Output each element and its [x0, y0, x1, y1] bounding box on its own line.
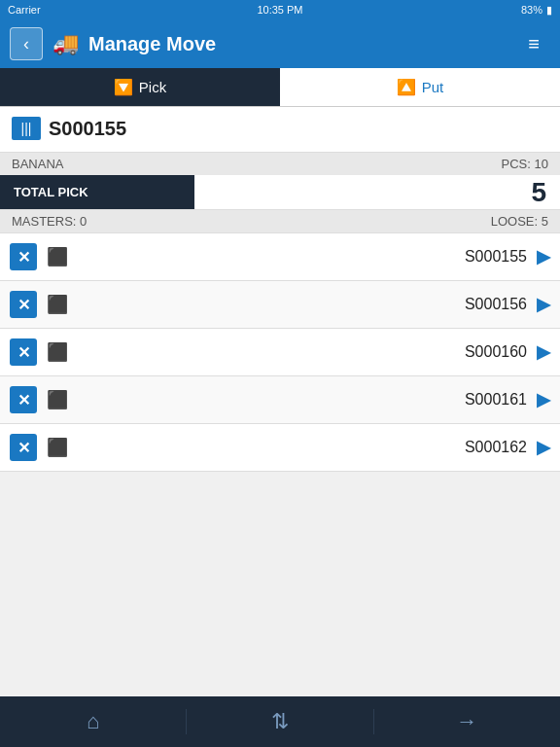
battery-area: 83% ▮ [521, 4, 552, 17]
total-pick-value: 5 [194, 177, 560, 208]
list-item: ✕ ⬛ S000155 ▶ [0, 233, 560, 281]
battery-label: 83% [521, 4, 542, 16]
next-icon: → [456, 709, 477, 734]
items-list: ✕ ⬛ S000155 ▶ ✕ ⬛ S000156 ▶ ✕ ⬛ S000160 … [0, 233, 560, 472]
move-nav-button[interactable]: ⇅ [187, 709, 373, 734]
chevron-icon-2[interactable]: ▶ [537, 341, 550, 363]
total-pick-row: TOTAL PICK 5 [0, 175, 560, 210]
box-icon-2: ⬛ [47, 341, 68, 363]
header: ‹ 🚚 Manage Move ≡ [0, 19, 560, 68]
box-icon-0: ⬛ [47, 246, 68, 267]
list-item: ✕ ⬛ S000156 ▶ [0, 281, 560, 329]
delete-button-4[interactable]: ✕ [10, 434, 37, 461]
chevron-icon-3[interactable]: ▶ [537, 389, 550, 410]
delete-button-2[interactable]: ✕ [10, 338, 37, 366]
masters-info: MASTERS: 0 [12, 214, 87, 229]
home-icon: ⌂ [87, 709, 99, 734]
box-icon-1: ⬛ [47, 294, 68, 315]
home-nav-button[interactable]: ⌂ [0, 709, 187, 734]
status-bar: Carrier 10:35 PM 83% ▮ [0, 0, 560, 19]
box-icon-3: ⬛ [47, 389, 68, 410]
barcode-icon: ||| [12, 117, 41, 140]
tab-bar: 🔽 Pick 🔼 Put [0, 68, 560, 107]
list-item: ✕ ⬛ S000160 ▶ [0, 329, 560, 376]
item-id-1: S000156 [78, 296, 527, 313]
list-item: ✕ ⬛ S000161 ▶ [0, 376, 560, 424]
delete-button-0[interactable]: ✕ [10, 243, 37, 270]
box-icon-4: ⬛ [47, 437, 68, 458]
item-id-2: S000160 [78, 343, 527, 361]
total-pick-label: TOTAL PICK [0, 175, 194, 209]
item-id-3: S000161 [78, 391, 527, 409]
item-id-4: S000162 [78, 439, 527, 456]
tab-pick[interactable]: 🔽 Pick [0, 68, 280, 106]
loose-info: LOOSE: 5 [491, 214, 548, 229]
next-nav-button[interactable]: → [374, 709, 560, 734]
bottom-nav: ⌂ ⇅ → [0, 696, 560, 747]
chevron-icon-1[interactable]: ▶ [537, 294, 550, 315]
header-title: Manage Move [88, 33, 508, 55]
product-name: BANANA [12, 157, 63, 171]
tab-put-label: Put [422, 79, 444, 95]
move-icon: ⇅ [271, 709, 289, 734]
item-id-0: S000155 [78, 248, 527, 266]
product-pcs: PCS: 10 [502, 157, 548, 171]
product-id: S000155 [49, 118, 126, 140]
delete-button-3[interactable]: ✕ [10, 386, 37, 413]
list-item: ✕ ⬛ S000162 ▶ [0, 424, 560, 472]
product-id-row: ||| S000155 [12, 117, 548, 140]
product-meta: BANANA PCS: 10 [0, 153, 560, 175]
chevron-icon-0[interactable]: ▶ [537, 246, 550, 267]
header-app-icon: 🚚 [52, 31, 79, 56]
pick-tab-icon: 🔽 [114, 78, 133, 96]
main-content: 🔽 Pick 🔼 Put ||| S000155 BANANA PCS: 10 … [0, 68, 560, 696]
masters-loose: MASTERS: 0 LOOSE: 5 [0, 210, 560, 233]
tab-put[interactable]: 🔼 Put [280, 68, 560, 106]
battery-icon: ▮ [546, 4, 552, 17]
time-label: 10:35 PM [257, 4, 302, 16]
carrier-label: Carrier [8, 4, 41, 16]
tab-pick-label: Pick [139, 79, 166, 95]
delete-button-1[interactable]: ✕ [10, 291, 37, 318]
back-button[interactable]: ‹ [10, 27, 43, 60]
menu-button[interactable]: ≡ [517, 27, 550, 60]
chevron-icon-4[interactable]: ▶ [537, 437, 550, 458]
put-tab-icon: 🔼 [397, 78, 416, 96]
product-section: ||| S000155 [0, 107, 560, 153]
